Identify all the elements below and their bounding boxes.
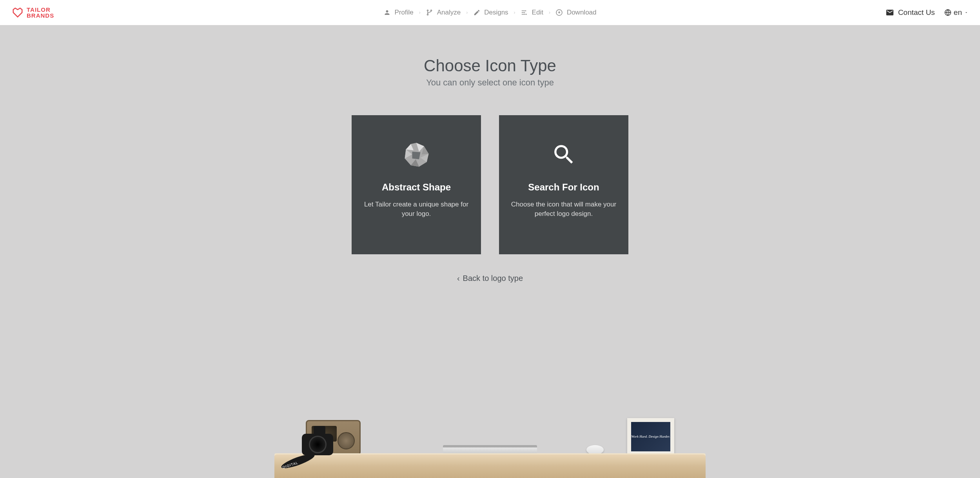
nav-step-profile[interactable]: Profile	[384, 9, 414, 16]
chevron-right-icon: ›	[419, 10, 421, 15]
contact-us-link[interactable]: Contact Us	[886, 8, 935, 17]
desk-camera: DIGITAL	[298, 426, 337, 455]
nav-label: Download	[567, 9, 597, 16]
chevron-right-icon: ›	[514, 10, 515, 15]
person-icon	[384, 9, 391, 16]
nav-step-analyze[interactable]: Analyze	[426, 9, 461, 16]
nav-step-edit[interactable]: Edit	[521, 9, 543, 16]
brand-text: TAILOR BRANDS	[27, 7, 54, 18]
nav-label: Designs	[484, 9, 508, 16]
nav-step-designs[interactable]: Designs	[473, 9, 508, 16]
desk-scene: DIGITAL Work Hard. Design Harder.	[274, 400, 706, 478]
back-link[interactable]: ‹ Back to logo type	[457, 274, 523, 283]
pencil-icon	[473, 9, 480, 16]
brand-logo[interactable]: TAILOR BRANDS	[12, 7, 54, 18]
option-desc: Let Tailor create a unique shape for you…	[363, 200, 469, 219]
progress-nav: Profile › Analyze › Designs › Edit › Dow…	[384, 9, 597, 16]
chevron-right-icon: ›	[466, 10, 468, 15]
sliders-icon	[521, 9, 528, 16]
back-label: Back to logo type	[463, 274, 523, 283]
page-title: Choose Icon Type	[424, 56, 556, 75]
chevron-right-icon: ›	[549, 10, 550, 15]
top-header: TAILOR BRANDS Profile › Analyze › Design…	[0, 0, 980, 25]
icon-type-options: Abstract Shape Let Tailor create a uniqu…	[352, 115, 628, 254]
brand-line1: TAILOR	[27, 7, 54, 13]
brand-line2: BRANDS	[27, 13, 54, 18]
main-content: Choose Icon Type You can only select one…	[0, 25, 980, 478]
option-title: Abstract Shape	[382, 182, 451, 193]
header-right: Contact Us en	[886, 8, 968, 17]
page-subtitle: You can only select one icon type	[426, 78, 554, 88]
nav-step-download[interactable]: Download	[556, 9, 597, 16]
desk-picture-frame: Work Hard. Design Harder.	[627, 418, 674, 455]
option-title: Search For Icon	[528, 182, 599, 193]
download-icon	[556, 9, 563, 16]
search-icon	[551, 135, 577, 174]
nav-label: Profile	[395, 9, 414, 16]
nav-label: Edit	[532, 9, 543, 16]
svg-marker-9	[412, 152, 421, 159]
chevron-down-icon	[964, 11, 968, 14]
language-selector[interactable]: en	[944, 8, 968, 17]
lang-label: en	[954, 8, 962, 17]
option-search-icon[interactable]: Search For Icon Choose the icon that wil…	[499, 115, 628, 254]
option-desc: Choose the icon that will make your perf…	[511, 200, 617, 219]
heart-logo-icon	[12, 7, 24, 18]
frame-text: Work Hard. Design Harder.	[631, 422, 670, 451]
globe-icon	[944, 9, 951, 16]
contact-label: Contact Us	[898, 8, 935, 17]
envelope-icon	[886, 8, 894, 17]
branch-icon	[426, 9, 433, 16]
chevron-left-icon: ‹	[457, 274, 460, 283]
option-abstract-shape[interactable]: Abstract Shape Let Tailor create a uniqu…	[352, 115, 481, 254]
nav-label: Analyze	[437, 9, 461, 16]
abstract-shape-icon	[403, 135, 430, 174]
